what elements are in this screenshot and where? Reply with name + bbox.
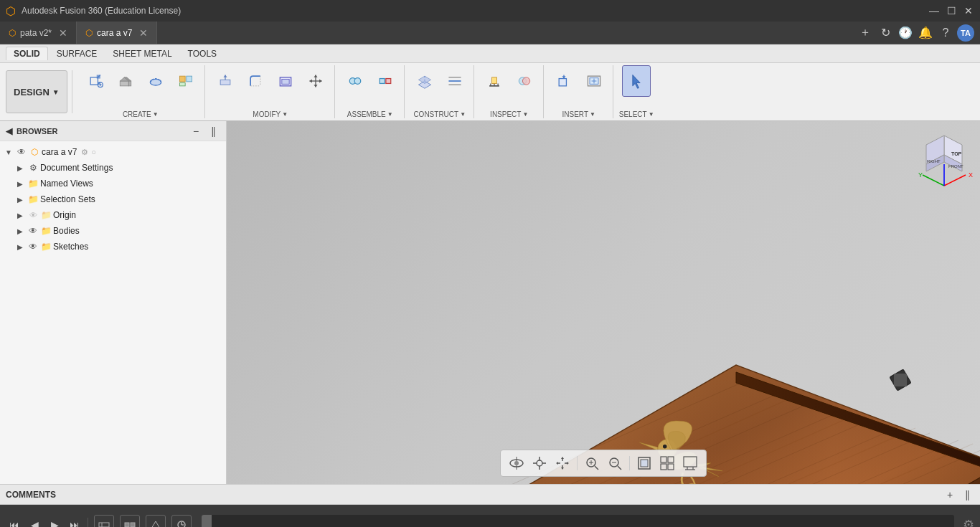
root-extra-icon: ○ [91,148,96,156]
origin-visibility-icon[interactable]: 👁 [27,209,39,221]
timeline-track[interactable] [202,515,954,528]
timeline: ⏮ ◀ ▶ ⏭ ⚙ [0,505,980,527]
browser-pin-button[interactable]: ‖ [206,124,220,138]
bodies-visibility-icon[interactable]: 👁 [27,225,39,237]
tab-surface[interactable]: SURFACE [50,47,105,60]
root-visibility-icon[interactable]: 👁 [16,146,27,158]
timeline-next-button[interactable]: ⏭ [66,516,83,528]
svg-marker-25 [314,85,317,87]
nav-separator-1 [577,456,578,470]
timeline-mode3-button[interactable] [146,515,166,528]
maximize-button[interactable]: ☐ [946,5,957,16]
create-more-button[interactable] [171,65,200,97]
new-tab-button[interactable]: ＋ [857,24,874,42]
user-button[interactable]: TA [957,24,974,42]
tree-item-named-views[interactable]: ▶ 📁 Named Views [0,176,226,191]
as-built-joint-button[interactable] [371,65,400,97]
history-button[interactable]: 🕐 [897,24,914,42]
view-cube[interactable]: X Y Z TOP FRONT RIGHT [915,128,973,186]
create-group-label[interactable]: CREATE ▼ [123,110,159,118]
svg-point-99 [537,460,542,466]
nav-separator-2 [629,456,630,470]
create-more-icon [177,72,194,90]
tree-item-origin[interactable]: ▶ 👁 📁 Origin [0,207,226,223]
browser-add-button[interactable]: − [189,124,203,138]
display-settings-button[interactable] [680,453,700,473]
view-mode-button[interactable] [634,453,654,473]
tree-root-item[interactable]: ▼ 👁 ⬡ cara a v7 ⚙ ○ [0,144,226,160]
tree-item-selection-sets[interactable]: ▶ 📁 Selection Sets [0,191,226,207]
close-button[interactable]: ✕ [963,5,974,16]
tree-item-doc-settings[interactable]: ▶ ⚙ Document Settings [0,160,226,176]
sync-button[interactable]: ↻ [877,24,894,42]
doc-settings-expand-icon: ▶ [14,162,26,174]
tab-tools[interactable]: TOOLS [181,47,224,60]
timeline-play-button[interactable]: ▶ [46,516,63,528]
insert-canvas-button[interactable] [580,65,608,97]
grid-button[interactable] [657,453,677,473]
svg-rect-12 [179,76,185,82]
timeline-playhead[interactable] [202,515,212,528]
midplane-button[interactable] [440,65,469,97]
orbit-button[interactable] [507,453,527,473]
modify-tools [211,65,330,97]
pan-button[interactable] [552,453,573,473]
zoom-fit-button[interactable] [582,453,602,473]
offset-plane-button[interactable] [410,65,439,97]
insert-group-label[interactable]: INSERT ▼ [562,110,595,118]
tab-pata[interactable]: ⬡ pata v2* ✕ [0,22,77,44]
viewport[interactable]: X Y Z TOP FRONT RIGHT [227,121,980,484]
modify-group-label[interactable]: MODIFY ▼ [253,110,288,118]
inspect-group-label[interactable]: INSPECT ▼ [490,110,528,118]
move-button[interactable] [301,65,330,97]
look-at-button[interactable] [529,453,550,473]
joint-button[interactable] [341,65,369,97]
press-pull-button[interactable] [211,65,240,97]
tab-sheetmetal[interactable]: SHEET METAL [105,47,179,60]
design-button[interactable]: DESIGN ▼ [6,70,67,113]
tab-close-cara[interactable]: ✕ [139,27,148,39]
root-settings-icon[interactable]: ⚙ [81,148,88,157]
timeline-mode1-button[interactable] [94,515,114,528]
zoom-button[interactable] [605,453,625,473]
tree-item-sketches[interactable]: ▶ 👁 📁 Sketches [0,239,226,255]
tab-cara[interactable]: ⬡ cara a v7 ✕ [77,22,157,44]
insert-derive-icon [555,72,573,90]
select-button[interactable] [622,65,651,97]
help-button[interactable]: ? [937,24,954,42]
browser-header-left: ◀ BROWSER [6,126,57,136]
svg-rect-72 [894,374,907,386]
timeline-prev-button[interactable]: ◀ [26,516,43,528]
interference-button[interactable] [510,65,539,97]
collapse-browser-button[interactable]: ◀ [6,126,12,136]
timeline-skip-start-button[interactable]: ⏮ [6,516,23,528]
minimize-button[interactable]: — [928,5,940,16]
tree-item-bodies[interactable]: ▶ 👁 📁 Bodies [0,223,226,239]
shell-button[interactable] [271,65,300,97]
timeline-mode2-button[interactable] [120,515,140,528]
app-icon: ⬡ [6,4,16,18]
measure-button[interactable] [480,65,509,97]
notifications-button[interactable]: 🔔 [917,24,934,42]
origin-expand-icon: ▶ [14,209,26,221]
timeline-mode4-button[interactable] [171,515,192,528]
revolve-button[interactable] [141,65,170,97]
collapse-comments-button[interactable]: ‖ [960,488,974,502]
tab-solid[interactable]: SOLID [6,47,48,60]
fillet-button[interactable] [241,65,270,97]
selection-sets-folder-icon: 📁 [27,194,39,205]
sketches-visibility-icon[interactable]: 👁 [27,241,39,252]
construct-group-label[interactable]: CONSTRUCT ▼ [413,110,466,118]
timeline-mode3-icon [149,518,162,528]
inspect-tools [480,65,539,97]
svg-marker-107 [567,462,569,465]
select-group-label[interactable]: SELECT ▼ [619,110,654,118]
timeline-mode1-icon [98,518,110,528]
extrude-button[interactable] [111,65,140,97]
add-comment-button[interactable]: + [943,488,957,502]
timeline-settings-button[interactable]: ⚙ [963,517,974,528]
insert-derive-button[interactable] [550,65,578,97]
tab-close-pata[interactable]: ✕ [59,27,67,39]
new-component-button[interactable] [81,65,110,97]
assemble-group-label[interactable]: ASSEMBLE ▼ [347,110,393,118]
